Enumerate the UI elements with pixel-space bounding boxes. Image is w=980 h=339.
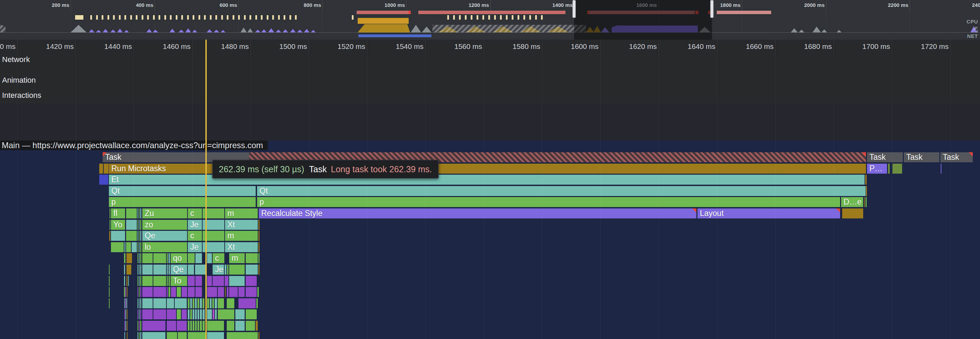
flame-bar[interactable]	[207, 253, 212, 263]
flame-bar[interactable]	[127, 309, 127, 319]
flame-bar[interactable]	[153, 287, 166, 297]
flame-bar[interactable]	[167, 287, 168, 297]
detail-time-ruler[interactable]: 0 ms1420 ms1440 ms1460 ms1480 ms1500 ms1…	[0, 40, 980, 54]
flame-bar[interactable]	[126, 253, 132, 263]
flame-bar[interactable]	[140, 253, 141, 263]
flame-bar-zu[interactable]: Zu	[142, 208, 187, 218]
flame-bar[interactable]	[124, 309, 125, 319]
flame-bar[interactable]	[111, 231, 125, 241]
flame-bar[interactable]	[167, 332, 177, 339]
flame-bar[interactable]	[190, 298, 192, 308]
flame-bar[interactable]	[188, 253, 195, 263]
flame-bar[interactable]	[195, 309, 197, 319]
flame-bar[interactable]	[110, 208, 110, 218]
flame-bar[interactable]	[124, 276, 125, 286]
flame-bar[interactable]	[842, 208, 863, 218]
flame-bar[interactable]	[140, 332, 141, 339]
flame-bar[interactable]	[142, 287, 153, 297]
flame-bar[interactable]	[892, 164, 902, 173]
flame-bar[interactable]	[200, 321, 202, 331]
flame-bar[interactable]	[235, 321, 245, 331]
flame-bar[interactable]	[196, 276, 202, 286]
flame-bar[interactable]	[124, 298, 125, 308]
flame-bar[interactable]	[203, 298, 204, 308]
flame-bar[interactable]	[153, 309, 166, 319]
flame-bar[interactable]	[229, 287, 238, 297]
track-label-network[interactable]: Network	[0, 54, 33, 65]
flame-bar[interactable]	[188, 309, 189, 319]
flame-bar[interactable]	[188, 321, 189, 331]
flame-bar[interactable]	[140, 321, 141, 331]
flame-bar-qe[interactable]: Qe	[170, 264, 187, 275]
flame-bar[interactable]	[139, 276, 140, 286]
flame-bar[interactable]	[140, 276, 141, 286]
flame-bar[interactable]	[213, 276, 224, 286]
flame-bar[interactable]	[227, 287, 229, 297]
flame-bar[interactable]	[137, 321, 138, 331]
flame-bar[interactable]	[177, 309, 181, 319]
flame-bar[interactable]	[153, 298, 166, 308]
flame-bar[interactable]	[139, 242, 140, 252]
flame-bar[interactable]	[169, 287, 170, 297]
flame-bar-c[interactable]: c	[188, 231, 202, 241]
flame-bar[interactable]	[246, 309, 257, 319]
flame-bar-je[interactable]: Je	[188, 242, 202, 252]
flame-bar[interactable]	[195, 264, 206, 275]
flame-bar[interactable]	[140, 298, 141, 308]
flame-bar[interactable]	[188, 264, 194, 275]
flame-bar[interactable]	[124, 287, 125, 297]
flame-bar[interactable]	[865, 197, 867, 207]
flame-bar[interactable]	[139, 287, 140, 297]
flame-bar[interactable]	[207, 298, 209, 308]
flame-bar[interactable]	[127, 321, 127, 331]
flame-bar[interactable]	[196, 253, 202, 263]
timeline-overview[interactable]: CPU NET 200 ms400 ms600 ms800 ms1000 ms1…	[0, 0, 980, 40]
flame-bar[interactable]	[109, 287, 110, 297]
flame-bar[interactable]	[126, 264, 131, 275]
flame-bar[interactable]	[124, 242, 126, 252]
flame-bar[interactable]	[167, 309, 176, 319]
flame-bar[interactable]	[227, 332, 258, 339]
flame-bar[interactable]	[139, 231, 140, 241]
flame-bar-yo[interactable]: Yo	[111, 220, 125, 230]
flame-bar[interactable]	[218, 309, 234, 319]
flame-bar-m[interactable]: m	[229, 253, 245, 263]
flame-bar[interactable]	[126, 220, 137, 230]
flame-bar[interactable]	[127, 287, 127, 297]
flame-bar[interactable]	[246, 264, 258, 275]
flame-bar-m[interactable]: m	[225, 208, 258, 218]
flame-bar[interactable]	[207, 309, 212, 319]
flame-bar[interactable]	[137, 231, 138, 241]
flame-bar[interactable]	[137, 220, 138, 230]
flame-bar[interactable]	[227, 298, 234, 308]
playhead-marker[interactable]	[205, 40, 207, 339]
flame-bar-to[interactable]: To	[170, 276, 187, 286]
flame-bar[interactable]	[140, 287, 141, 297]
flame-bar[interactable]	[225, 276, 229, 286]
flame-bar-m[interactable]: m	[225, 231, 258, 241]
flame-bar[interactable]	[126, 298, 126, 308]
flame-bar[interactable]	[192, 298, 194, 308]
flame-bar-c[interactable]: c	[188, 208, 202, 218]
flame-bar-layout[interactable]: Layout	[697, 208, 840, 218]
flame-bar[interactable]	[178, 332, 187, 339]
flame-bar[interactable]	[227, 264, 229, 275]
flame-bar[interactable]	[213, 309, 214, 319]
flame-bar[interactable]	[888, 164, 890, 173]
flame-bar-p[interactable]: p	[257, 197, 840, 207]
flame-bar[interactable]	[188, 287, 195, 297]
flame-bar[interactable]	[137, 264, 138, 275]
flame-bar[interactable]	[124, 253, 126, 263]
flame-bar[interactable]	[195, 298, 197, 308]
flame-bar[interactable]	[153, 276, 166, 286]
flame-bar[interactable]	[142, 276, 153, 286]
flame-bar[interactable]	[227, 321, 234, 331]
flame-bar[interactable]	[111, 242, 124, 252]
flame-bar[interactable]	[126, 321, 126, 331]
flame-bar[interactable]	[139, 321, 140, 331]
flame-bar[interactable]	[246, 287, 257, 297]
track-label-interactions[interactable]: Interactions	[0, 90, 44, 101]
flame-bar[interactable]	[865, 175, 867, 185]
flame-bar-qe[interactable]: Qe	[142, 231, 187, 241]
flame-bar[interactable]	[941, 164, 942, 173]
